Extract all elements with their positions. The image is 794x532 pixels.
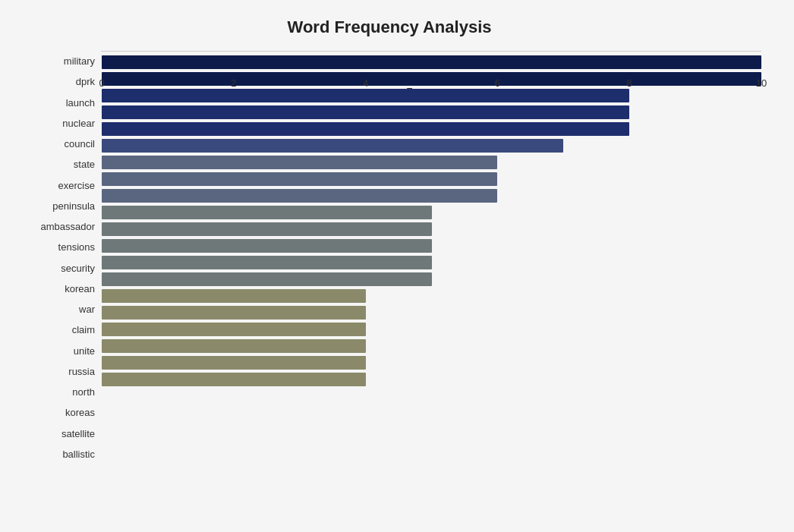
bar-exercise <box>102 156 497 169</box>
y-label-ballistic: ballistic <box>62 449 95 459</box>
bar-row-satellite <box>102 354 761 371</box>
bar-row-peninsula <box>102 171 761 187</box>
y-label-war: war <box>79 304 95 314</box>
bar-dprk <box>102 72 761 86</box>
bar-ambassador <box>102 189 497 203</box>
bar-nuclear <box>102 105 629 119</box>
x-tick-label-0: 0 <box>99 77 104 89</box>
chart-area: militarydprklaunchnuclearcouncilstateexe… <box>17 51 761 464</box>
y-label-unite: unite <box>74 346 95 356</box>
y-label-korean: korean <box>65 284 95 294</box>
bar-row-claim <box>102 271 761 288</box>
chart-title: Word Frequency Analysis <box>17 17 761 37</box>
bar-russia <box>102 306 366 320</box>
bar-row-ballistic <box>102 371 761 388</box>
plot-area: 0246810 <box>101 51 761 52</box>
y-label-launch: launch <box>66 98 95 108</box>
x-tick-label-6: 6 <box>495 77 500 89</box>
bar-row-korean <box>102 238 761 254</box>
bar-launch <box>102 89 629 102</box>
bar-row-koreas <box>102 338 761 354</box>
bar-council <box>102 122 629 136</box>
y-label-exercise: exercise <box>58 181 95 190</box>
bar-row-security <box>102 221 761 238</box>
bar-koreas <box>102 339 366 353</box>
y-label-nuclear: nuclear <box>62 118 95 128</box>
bar-row-launch <box>102 87 761 104</box>
bar-row-tensions <box>102 204 761 221</box>
bar-row-ambassador <box>102 187 761 204</box>
chart-container: Word Frequency Analysis militarydprklaun… <box>2 2 792 530</box>
y-label-satellite: satellite <box>61 429 95 439</box>
y-label-military: military <box>64 56 95 66</box>
bar-war <box>102 256 432 269</box>
x-tick-label-4: 4 <box>363 77 368 89</box>
y-label-claim: claim <box>72 325 95 335</box>
y-label-dprk: dprk <box>76 77 95 87</box>
bar-north <box>102 323 366 336</box>
y-label-russia: russia <box>68 367 95 376</box>
y-label-north: north <box>72 387 95 397</box>
bar-row-russia <box>102 304 761 321</box>
bar-row-unite <box>102 288 761 304</box>
bar-row-nuclear <box>102 104 761 121</box>
bars-container <box>102 51 761 57</box>
bar-korean <box>102 239 432 253</box>
bar-tensions <box>102 206 432 219</box>
bar-satellite <box>102 356 366 370</box>
x-tick-label-8: 8 <box>627 77 632 89</box>
bar-row-war <box>102 254 761 271</box>
bar-row-council <box>102 121 761 137</box>
y-axis: militarydprklaunchnuclearcouncilstateexe… <box>17 51 101 464</box>
bar-peninsula <box>102 172 497 186</box>
bar-row-military <box>102 54 761 71</box>
y-label-ambassador: ambassador <box>40 222 95 231</box>
bar-security <box>102 222 432 236</box>
bar-claim <box>102 272 432 286</box>
y-label-security: security <box>61 263 95 273</box>
y-label-council: council <box>65 139 95 149</box>
bar-row-dprk <box>102 71 761 87</box>
y-label-peninsula: peninsula <box>52 201 95 211</box>
bar-row-state <box>102 137 761 154</box>
bar-row-north <box>102 321 761 338</box>
bar-state <box>102 139 563 153</box>
bar-military <box>102 55 761 69</box>
bar-ballistic <box>102 373 366 386</box>
y-label-koreas: koreas <box>65 408 95 417</box>
bar-row-exercise <box>102 154 761 171</box>
y-label-state: state <box>74 159 95 169</box>
x-tick-label-10: 10 <box>756 77 767 89</box>
bar-unite <box>102 289 366 303</box>
y-label-tensions: tensions <box>58 242 95 252</box>
x-tick-label-2: 2 <box>231 77 236 89</box>
